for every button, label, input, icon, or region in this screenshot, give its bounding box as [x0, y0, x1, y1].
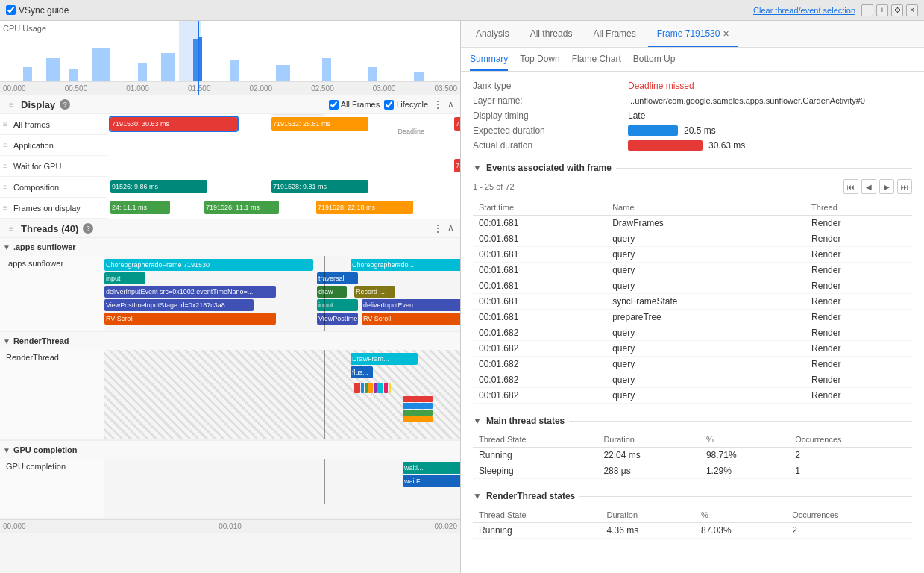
comp-bar-2[interactable]: 7191528: 9.81 ms	[271, 180, 368, 193]
deliverInputEven-bar[interactable]: deliverInputEven...	[362, 299, 460, 311]
render-group-header[interactable]: ▼ RenderThread	[0, 332, 460, 350]
choreographer-bar-2[interactable]: Choreographer#do...	[351, 259, 460, 271]
waitf-bar[interactable]: waitF...	[403, 475, 460, 487]
render-thread-collapse-icon[interactable]: ▼	[473, 491, 482, 501]
input-bar-2[interactable]: input	[317, 299, 358, 311]
composition-handle[interactable]: ≡	[0, 183, 10, 191]
frame-bar-7191532[interactable]: 7191532: 26.81 ms	[271, 117, 368, 131]
frames-on-display-track[interactable]: 24: 11.1 ms 7191526: 11.1 ms 7191528: 22…	[107, 198, 460, 219]
clear-selection-button[interactable]: Clear thread/event selection	[753, 6, 855, 15]
gpu-track-area[interactable]: waiti... waitF...	[104, 459, 460, 504]
record-bar[interactable]: Record ...	[354, 286, 395, 298]
pagination-last-button[interactable]: ⏭	[897, 179, 912, 194]
event-row-4[interactable]: 00:01.681queryRender	[473, 278, 912, 294]
sub-tab-bottom-up[interactable]: Bottom Up	[633, 48, 676, 71]
display-collapse-button[interactable]: ∧	[447, 99, 454, 110]
lifecycle-checkbox-label[interactable]: Lifecycle	[384, 100, 428, 110]
wait-for-gpu-handle[interactable]: ≡	[0, 162, 10, 170]
flush-bar[interactable]: flus...	[351, 366, 373, 378]
event-row-3[interactable]: 00:01.681queryRender	[473, 263, 912, 278]
sunflower-arrow-icon[interactable]: ▼	[3, 243, 10, 251]
close-button[interactable]: ×	[906, 4, 918, 16]
settings-button[interactable]: ⚙	[891, 4, 903, 16]
render-arrow-icon[interactable]: ▼	[3, 337, 10, 345]
lifecycle-checkbox[interactable]	[384, 100, 394, 110]
sub-tab-summary[interactable]: Summary	[470, 48, 508, 71]
composition-track[interactable]: 91526: 9.86 ms 7191528: 9.81 ms	[107, 177, 460, 198]
threads-collapse-button[interactable]: ∧	[447, 222, 454, 234]
main-state-row-1[interactable]: Sleeping288 μs1.29%1	[473, 463, 912, 479]
threads-drag-handle[interactable]: ≡	[6, 225, 16, 233]
event-row-2[interactable]: 00:01.681queryRender	[473, 247, 912, 263]
application-handle[interactable]: ≡	[0, 141, 10, 149]
threads-help-icon[interactable]: ?	[83, 223, 93, 234]
all-frames-track[interactable]: 7191530: 30.63 ms 7191532: 26.81 ms 7191…	[107, 114, 460, 135]
gpu-arrow-icon[interactable]: ▼	[3, 446, 10, 454]
pagination-prev-button[interactable]: ◀	[861, 179, 876, 194]
main-state-row-0[interactable]: Running22.04 ms98.71%2	[473, 448, 912, 463]
fod-bar-3[interactable]: 7191528: 22.18 ms	[316, 201, 413, 214]
pagination-next-button[interactable]: ▶	[879, 179, 894, 194]
frame-bar-7191530[interactable]: 7191530: 30.63 ms	[110, 117, 237, 131]
frames-on-display-handle[interactable]: ≡	[0, 204, 10, 212]
display-menu-icon[interactable]: ⋮	[433, 98, 443, 110]
input-bar[interactable]: input	[104, 272, 145, 284]
event-row-9[interactable]: 00:01.682queryRender	[473, 357, 912, 372]
viewpost-bar[interactable]: ViewPostImeInputStage id=0x2187c3a8	[104, 299, 254, 311]
tab-all-frames[interactable]: All Frames	[584, 21, 644, 47]
traversal-bar[interactable]: traversal	[317, 272, 358, 284]
display-help-icon[interactable]: ?	[60, 99, 70, 110]
expand-button[interactable]: +	[876, 4, 888, 16]
close-frame-tab-icon[interactable]: ×	[723, 28, 729, 40]
event-row-7[interactable]: 00:01.682queryRender	[473, 325, 912, 341]
tab-all-threads[interactable]: All threads	[521, 21, 582, 47]
event-row-11[interactable]: 00:01.682queryRender	[473, 388, 912, 404]
minimize-button[interactable]: −	[861, 4, 873, 16]
tab-frame-7191530[interactable]: Frame 7191530 ×	[648, 21, 738, 47]
fod-bar-2[interactable]: 7191526: 11.1 ms	[204, 201, 279, 214]
sunflower-track-area[interactable]: Choreographer#doFrame 7191530 Choreograp…	[104, 256, 460, 331]
vsync-guide-label[interactable]: VSync guide	[6, 5, 69, 16]
multicolor-bars[interactable]	[354, 383, 391, 393]
tab-analysis[interactable]: Analysis	[467, 21, 518, 47]
display-drag-handle[interactable]: ≡	[6, 101, 16, 109]
threads-menu-icon[interactable]: ⋮	[433, 222, 443, 234]
event-row-0[interactable]: 00:01.681DrawFramesRender	[473, 216, 912, 231]
wait-gpu-bar[interactable]: 7191530...	[454, 159, 460, 172]
frame-bar-7191530-2[interactable]: 7191530...	[454, 117, 460, 131]
vsync-checkbox[interactable]	[6, 5, 16, 15]
main-thread-collapse-icon[interactable]: ▼	[473, 416, 482, 426]
event-row-8[interactable]: 00:01.682queryRender	[473, 341, 912, 357]
rv-scroll-bar-2[interactable]: RV Scroll	[362, 313, 460, 325]
sunflower-group-header[interactable]: ▼ .apps sunflower	[0, 238, 460, 256]
draw-bar[interactable]: draw	[317, 286, 347, 298]
event-row-6[interactable]: 00:01.681prepareTreeRender	[473, 310, 912, 325]
gpu-group-header[interactable]: ▼ GPU completion	[0, 441, 460, 459]
waiti-bar[interactable]: waiti...	[403, 462, 460, 474]
all-frames-handle[interactable]: ≡	[0, 120, 10, 128]
viewpostimeinp-bar[interactable]: ViewPostImeInp...	[317, 313, 358, 325]
choreographer-bar[interactable]: Choreographer#doFrame 7191530	[104, 259, 313, 271]
deliver-input-bar[interactable]: deliverInputEvent src=0x1002 eventTimeNa…	[104, 286, 276, 298]
rv-scroll-bar[interactable]: RV Scroll	[104, 313, 276, 325]
pagination-first-button[interactable]: ⏮	[843, 179, 858, 194]
threads-content[interactable]: ▼ .apps sunflower .apps.sunflower Choreo…	[0, 238, 460, 573]
sub-tab-top-down[interactable]: Top Down	[520, 48, 559, 71]
timeline-area[interactable]: CPU Usage 00.000	[0, 21, 460, 96]
allframes-checkbox-label[interactable]: All Frames	[329, 100, 380, 110]
main-thread-table-head: Thread State Duration % Occurrences	[473, 432, 912, 448]
fod-bar-1[interactable]: 24: 11.1 ms	[110, 201, 170, 214]
event-row-10[interactable]: 00:01.682queryRender	[473, 372, 912, 388]
analysis-content[interactable]: Jank type Deadline missed Layer name: ..…	[461, 72, 924, 573]
render-state-row-0[interactable]: Running4.36 ms87.03%2	[473, 523, 912, 539]
sub-tab-flame-chart[interactable]: Flame Chart	[572, 48, 621, 71]
comp-bar-1[interactable]: 91526: 9.86 ms	[110, 180, 207, 193]
event-row-5[interactable]: 00:01.681syncFrameStateRender	[473, 294, 912, 310]
event-row-1[interactable]: 00:01.681queryRender	[473, 231, 912, 247]
drawframes-bar[interactable]: DrawFram...	[351, 353, 418, 365]
application-track[interactable]	[107, 135, 460, 156]
wait-for-gpu-track[interactable]: 7191530...	[107, 156, 460, 177]
events-collapse-icon[interactable]: ▼	[473, 163, 482, 173]
render-track-area[interactable]: DrawFram... flus...	[104, 350, 460, 439]
allframes-checkbox[interactable]	[329, 100, 339, 110]
